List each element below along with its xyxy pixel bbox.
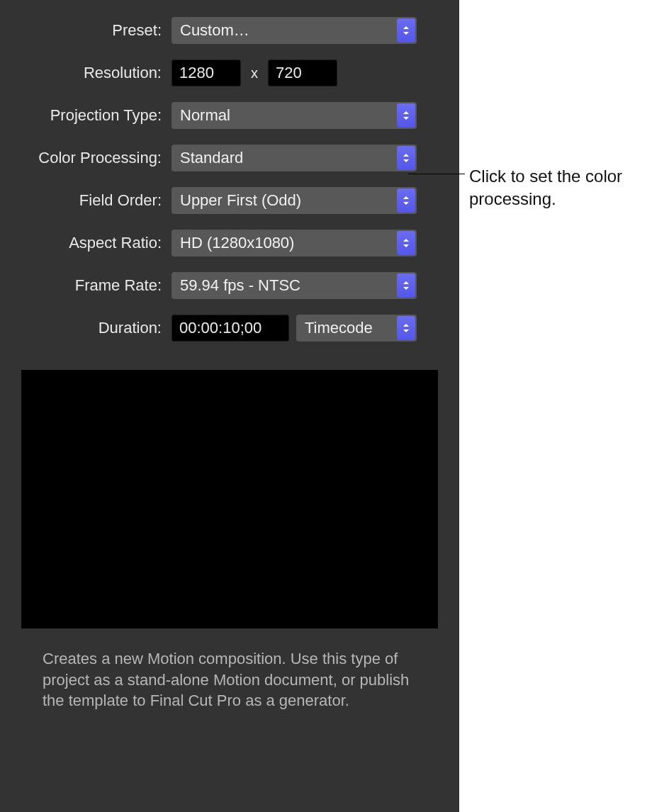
field-order-label: Field Order: xyxy=(0,191,162,210)
color-processing-value: Standard xyxy=(180,149,243,167)
updown-icon xyxy=(397,274,415,298)
duration-input[interactable]: 00:00:10;00 xyxy=(172,315,289,342)
projection-type-select[interactable]: Normal xyxy=(172,102,417,129)
preset-select[interactable]: Custom… xyxy=(172,17,417,44)
resolution-label: Resolution: xyxy=(0,64,162,82)
frame-rate-select[interactable]: 59.94 fps - NTSC xyxy=(172,272,417,299)
duration-unit-value: Timecode xyxy=(305,319,373,337)
aspect-ratio-select[interactable]: HD (1280x1080) xyxy=(172,230,417,256)
field-order-select[interactable]: Upper First (Odd) xyxy=(172,187,417,214)
settings-form: Preset: Custom… Resolution: 1280 x 720 P… xyxy=(0,17,459,342)
callout-line xyxy=(408,174,465,174)
projection-type-label: Projection Type: xyxy=(0,106,162,125)
description-text: Creates a new Motion composition. Use th… xyxy=(43,648,417,711)
aspect-ratio-value: HD (1280x1080) xyxy=(180,234,294,252)
frame-rate-label: Frame Rate: xyxy=(0,276,162,295)
projection-type-value: Normal xyxy=(180,106,230,125)
frame-rate-value: 59.94 fps - NTSC xyxy=(180,276,300,295)
resolution-width-input[interactable]: 1280 xyxy=(172,60,241,86)
updown-icon xyxy=(397,18,415,43)
resolution-row: 1280 x 720 xyxy=(172,60,417,86)
duration-unit-select[interactable]: Timecode xyxy=(296,315,417,342)
callout-text: Click to set the color processing. xyxy=(469,165,653,211)
color-processing-label: Color Processing: xyxy=(0,149,162,167)
updown-icon xyxy=(397,231,415,255)
preview-area xyxy=(21,370,438,628)
updown-icon xyxy=(397,316,415,340)
duration-label: Duration: xyxy=(0,319,162,337)
resolution-height-input[interactable]: 720 xyxy=(268,60,337,86)
duration-row: 00:00:10;00 Timecode xyxy=(172,315,417,342)
resolution-separator: x xyxy=(248,65,261,81)
color-processing-select[interactable]: Standard xyxy=(172,145,417,171)
preset-label: Preset: xyxy=(0,21,162,40)
field-order-value: Upper First (Odd) xyxy=(180,191,301,210)
aspect-ratio-label: Aspect Ratio: xyxy=(0,234,162,252)
callout: Click to set the color processing. xyxy=(408,165,653,211)
settings-panel: Preset: Custom… Resolution: 1280 x 720 P… xyxy=(0,0,459,812)
updown-icon xyxy=(397,103,415,128)
preset-value: Custom… xyxy=(180,21,249,40)
